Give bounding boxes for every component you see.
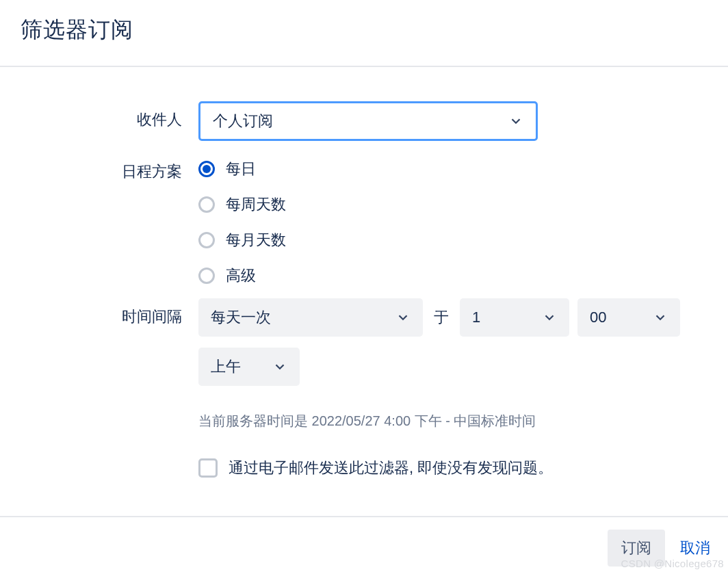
interval-label: 时间间隔 [0,298,198,327]
schedule-label: 日程方案 [0,153,198,182]
hour-value: 1 [472,309,480,326]
schedule-option-weekly[interactable]: 每周天数 [198,194,286,215]
recipient-value: 个人订阅 [213,111,273,131]
server-time-text: 当前服务器时间是 2022/05/27 4:00 下午 - 中国标准时间 [198,397,680,437]
dialog-header: 筛选器订阅 [0,0,728,67]
chevron-down-icon [272,359,287,374]
checkbox-label: 通过电子邮件发送此过滤器, 即使没有发现问题。 [229,458,553,478]
chevron-down-icon [653,310,668,325]
page-title: 筛选器订阅 [21,15,707,45]
frequency-select[interactable]: 每天一次 [198,298,423,337]
radio-icon [198,161,215,177]
chevron-down-icon [508,114,523,129]
form-area: 收件人 个人订阅 日程方案 每日 每周天数 每月天 [0,67,728,478]
schedule-option-monthly[interactable]: 每月天数 [198,230,286,250]
chevron-down-icon [542,310,557,325]
minute-value: 00 [590,309,606,326]
ampm-value: 上午 [211,356,241,377]
radio-icon [198,268,215,284]
schedule-row: 日程方案 每日 每周天数 每月天数 高级 [0,153,728,286]
checkbox-icon[interactable] [198,458,218,478]
minute-select[interactable]: 00 [577,298,680,337]
radio-label: 每月天数 [226,230,286,250]
radio-icon [198,196,215,213]
ampm-select[interactable]: 上午 [198,348,300,386]
watermark-text: CSDN @Nicolege678 [621,558,724,569]
schedule-option-daily[interactable]: 每日 [198,159,286,179]
email-checkbox-row[interactable]: 通过电子邮件发送此过滤器, 即使没有发现问题。 [198,448,680,478]
chevron-down-icon [395,310,411,325]
frequency-value: 每天一次 [211,307,271,328]
recipient-row: 收件人 个人订阅 [0,101,728,141]
schedule-radio-group: 每日 每周天数 每月天数 高级 [198,153,286,286]
recipient-label: 收件人 [0,101,198,130]
radio-label: 每周天数 [226,194,286,215]
radio-icon [198,232,215,248]
interval-row: 时间间隔 每天一次 于 1 00 [0,298,728,478]
schedule-option-advanced[interactable]: 高级 [198,265,286,286]
hour-select[interactable]: 1 [460,298,569,337]
dialog-footer: 订阅 取消 [0,516,728,567]
recipient-select[interactable]: 个人订阅 [198,101,538,141]
radio-label: 每日 [226,159,256,179]
radio-label: 高级 [226,265,256,286]
at-word: 于 [431,307,452,328]
